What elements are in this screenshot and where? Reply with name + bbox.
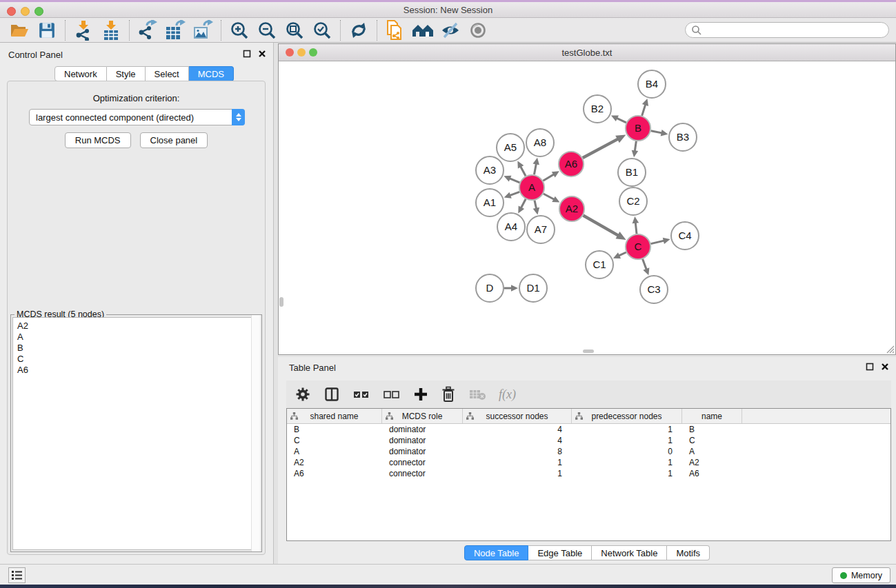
minimize-window-button[interactable] bbox=[21, 7, 30, 16]
deselect-all-icon[interactable] bbox=[383, 388, 401, 401]
tab-network[interactable]: Network bbox=[54, 66, 107, 81]
tab-style[interactable]: Style bbox=[107, 66, 146, 81]
mcds-result-list[interactable]: A2ABCA6 bbox=[12, 317, 260, 550]
open-file-icon[interactable] bbox=[6, 19, 33, 41]
graph-edge-B-B1[interactable] bbox=[635, 141, 636, 152]
graph-edge-A-A4[interactable] bbox=[521, 199, 526, 209]
graph-node-label: A3 bbox=[484, 164, 496, 176]
tab-edge-table[interactable]: Edge Table bbox=[528, 545, 592, 560]
graph-edge-C-C3[interactable] bbox=[643, 259, 647, 270]
column-header-predecessor-nodes[interactable]: predecessor nodes bbox=[572, 409, 682, 423]
table-row[interactable]: A2connector11A2 bbox=[287, 457, 890, 468]
export-table-icon[interactable] bbox=[161, 19, 189, 41]
table-row[interactable]: A6connector11A6 bbox=[287, 468, 890, 479]
search-input[interactable] bbox=[685, 22, 889, 38]
table-row[interactable]: Cdominator41C bbox=[287, 435, 890, 446]
table-row[interactable]: Adominator80A bbox=[287, 446, 890, 457]
function-builder-icon[interactable]: f(x) bbox=[499, 387, 516, 402]
graph-node-label: C2 bbox=[626, 195, 639, 207]
delete-table-icon[interactable] bbox=[468, 387, 486, 401]
graph-node-label: A6 bbox=[565, 158, 577, 170]
graph-edge-B-B3[interactable] bbox=[651, 131, 663, 133]
add-column-icon[interactable] bbox=[413, 387, 428, 402]
graph-node-label: B1 bbox=[626, 166, 638, 178]
run-mcds-button[interactable]: Run MCDS bbox=[65, 132, 131, 148]
network-window-titlebar[interactable]: testGlobe.txt bbox=[279, 44, 895, 61]
save-session-icon[interactable] bbox=[33, 19, 61, 41]
select-all-icon[interactable] bbox=[352, 388, 370, 401]
column-header-filler bbox=[742, 409, 890, 423]
column-header-name[interactable]: name bbox=[682, 409, 742, 423]
zoom-in-icon[interactable] bbox=[226, 19, 253, 41]
graph-edge-A6-B[interactable] bbox=[583, 139, 619, 158]
mcds-result-item[interactable]: B bbox=[17, 343, 259, 354]
network-close-button[interactable] bbox=[286, 48, 294, 57]
close-panel-button[interactable]: Close panel bbox=[140, 132, 208, 148]
resize-grip[interactable] bbox=[886, 345, 895, 354]
graph-edge-A-A1[interactable] bbox=[509, 192, 519, 195]
memory-button[interactable]: Memory bbox=[832, 567, 890, 583]
graph-node-label: B3 bbox=[677, 131, 689, 143]
float-panel-icon[interactable] bbox=[866, 363, 874, 371]
refresh-icon[interactable] bbox=[345, 19, 372, 41]
graph-node-label: C3 bbox=[647, 283, 660, 295]
graph-edge-B-B4[interactable] bbox=[642, 104, 646, 116]
export-image-icon[interactable] bbox=[189, 19, 217, 41]
graph-edge-A2-C[interactable] bbox=[583, 215, 619, 236]
close-window-button[interactable] bbox=[7, 7, 16, 16]
network-graph[interactable]: AA1A2A3A4A5A6A7A8BB1B2B3B4CC1C2C3C4DD1 bbox=[279, 61, 895, 354]
clone-network-icon[interactable] bbox=[381, 19, 409, 41]
tab-select[interactable]: Select bbox=[146, 66, 189, 81]
close-panel-icon[interactable] bbox=[258, 50, 266, 58]
home-icon[interactable] bbox=[409, 19, 437, 41]
mcds-result-item[interactable]: A bbox=[17, 332, 259, 343]
graph-edge-A-A3[interactable] bbox=[509, 178, 520, 182]
graph-edge-C-C4[interactable] bbox=[650, 241, 664, 244]
list-icon bbox=[12, 571, 22, 580]
zoom-fit-icon[interactable] bbox=[281, 19, 308, 41]
column-header-shared-name[interactable]: shared name bbox=[287, 409, 382, 423]
graph-node-label: A5 bbox=[504, 141, 517, 153]
show-graphics-details-icon[interactable] bbox=[464, 19, 492, 41]
zoom-out-icon[interactable] bbox=[253, 19, 281, 41]
tab-network-table[interactable]: Network Table bbox=[592, 545, 667, 560]
hide-graphics-details-icon[interactable] bbox=[437, 19, 464, 41]
graph-edge-A-A6[interactable] bbox=[543, 174, 555, 181]
table-row[interactable]: Bdominator41B bbox=[287, 424, 890, 435]
network-maximize-button[interactable] bbox=[309, 48, 317, 57]
columns-icon[interactable] bbox=[323, 386, 340, 403]
mcds-result-item[interactable]: C bbox=[17, 354, 259, 365]
graph-edge-A-A5[interactable] bbox=[520, 165, 526, 176]
import-table-icon[interactable] bbox=[97, 19, 125, 41]
vertical-scrollbar[interactable] bbox=[279, 297, 283, 307]
mcds-result-item[interactable]: A2 bbox=[17, 321, 259, 332]
delete-column-icon[interactable] bbox=[441, 386, 456, 403]
graph-edge-C-C2[interactable] bbox=[635, 222, 637, 234]
toolbar-separator bbox=[129, 20, 130, 41]
close-panel-icon[interactable] bbox=[881, 363, 889, 371]
network-minimize-button[interactable] bbox=[297, 48, 306, 57]
tab-mcds[interactable]: MCDS bbox=[189, 66, 234, 81]
maximize-window-button[interactable] bbox=[34, 7, 43, 16]
mcds-result-scrollbar[interactable] bbox=[251, 315, 260, 551]
tab-motifs[interactable]: Motifs bbox=[667, 545, 710, 560]
task-history-button[interactable] bbox=[8, 567, 26, 583]
mcds-result-item[interactable]: A6 bbox=[17, 365, 259, 376]
column-header-successor-nodes[interactable]: successor nodes bbox=[463, 409, 572, 423]
zoom-selected-icon[interactable] bbox=[308, 19, 336, 41]
graph-edge-B-B2[interactable] bbox=[616, 118, 626, 123]
toolbar-separator bbox=[340, 20, 341, 41]
graph-edge-A-A7[interactable] bbox=[535, 201, 537, 210]
column-header-mcds-role[interactable]: MCDS role bbox=[382, 409, 463, 423]
settings-gear-icon[interactable] bbox=[295, 386, 311, 403]
import-network-icon[interactable] bbox=[70, 19, 97, 41]
network-canvas[interactable]: AA1A2A3A4A5A6A7A8BB1B2B3B4CC1C2C3C4DD1 bbox=[279, 61, 895, 354]
graph-edge-A-A2[interactable] bbox=[544, 194, 555, 200]
tab-node-table[interactable]: Node Table bbox=[464, 545, 529, 560]
export-network-icon[interactable] bbox=[134, 19, 161, 41]
graph-edge-A-A8[interactable] bbox=[534, 163, 536, 175]
float-panel-icon[interactable] bbox=[243, 50, 251, 58]
horizontal-scrollbar[interactable] bbox=[583, 349, 594, 353]
criterion-select[interactable]: largest connected component (directed) bbox=[29, 109, 245, 125]
graph-node-label: C1 bbox=[593, 258, 606, 270]
